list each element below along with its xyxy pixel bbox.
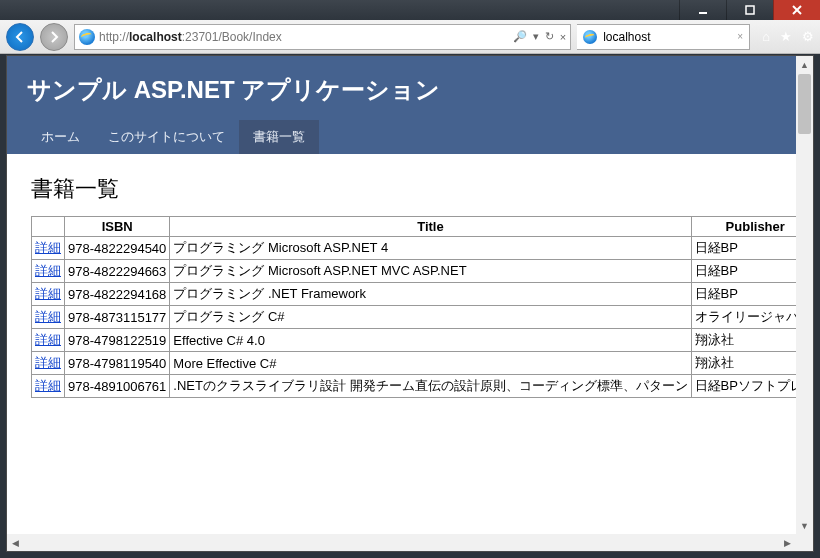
site-nav: ホームこのサイトについて 書籍一覧	[27, 120, 776, 154]
detail-link[interactable]: 詳細	[35, 309, 61, 324]
detail-cell: 詳細	[32, 352, 65, 375]
detail-cell: 詳細	[32, 375, 65, 398]
ie-icon	[79, 29, 95, 45]
scroll-down-icon[interactable]: ▼	[796, 517, 813, 534]
command-bar: ⌂ ★ ⚙	[762, 29, 814, 44]
table-row: 詳細978-4822294663プログラミング Microsoft ASP.NE…	[32, 260, 797, 283]
detail-cell: 詳細	[32, 260, 65, 283]
isbn-cell: 978-4798119540	[65, 352, 170, 375]
isbn-cell: 978-4891006761	[65, 375, 170, 398]
browser-tab[interactable]: localhost ×	[577, 24, 750, 50]
dropdown-icon[interactable]: ▾	[533, 30, 539, 43]
table-row: 詳細978-4822294540プログラミング Microsoft ASP.NE…	[32, 237, 797, 260]
detail-cell: 詳細	[32, 306, 65, 329]
isbn-cell: 978-4798122519	[65, 329, 170, 352]
table-row: 詳細978-4891006761.NETのクラスライブラリ設計 開発チーム直伝の…	[32, 375, 797, 398]
col-detail	[32, 217, 65, 237]
table-header-row: ISBN Title Publisher Price	[32, 217, 797, 237]
detail-link[interactable]: 詳細	[35, 286, 61, 301]
refresh-icon[interactable]: ↻	[545, 30, 554, 43]
tab-close-icon[interactable]: ×	[737, 31, 743, 42]
vertical-scrollbar[interactable]: ▲ ▼	[796, 56, 813, 534]
nav-about[interactable]: このサイトについて	[94, 120, 239, 154]
col-title: Title	[170, 217, 691, 237]
detail-link[interactable]: 詳細	[35, 332, 61, 347]
table-row: 詳細978-4873115177プログラミング C#オライリージャパン¥5,04…	[32, 306, 797, 329]
publisher-cell: 日経BP	[691, 260, 796, 283]
title-cell: Effective C# 4.0	[170, 329, 691, 352]
search-icon[interactable]: 🔍	[513, 30, 527, 43]
window-minimize-button[interactable]	[679, 0, 726, 20]
detail-cell: 詳細	[32, 283, 65, 306]
page-content: サンプル ASP.NET アプリケーション ホームこのサイトについて 書籍一覧 …	[7, 56, 796, 534]
tools-icon[interactable]: ⚙	[802, 29, 814, 44]
publisher-cell: 翔泳社	[691, 329, 796, 352]
window-titlebar	[0, 0, 820, 20]
site-title: サンプル ASP.NET アプリケーション	[27, 74, 776, 106]
publisher-cell: 日経BP	[691, 283, 796, 306]
isbn-cell: 978-4822294168	[65, 283, 170, 306]
window-maximize-button[interactable]	[726, 0, 773, 20]
scroll-right-icon[interactable]: ▶	[779, 534, 796, 551]
ie-icon	[583, 30, 597, 44]
title-cell: プログラミング .NET Framework	[170, 283, 691, 306]
horizontal-scrollbar[interactable]: ◀ ▶	[7, 534, 796, 551]
table-row: 詳細978-4798119540More Effective C#翔泳社¥3,7…	[32, 352, 797, 375]
publisher-cell: 日経BP	[691, 237, 796, 260]
scroll-left-icon[interactable]: ◀	[7, 534, 24, 551]
scroll-corner	[796, 534, 813, 551]
nav-home[interactable]: ホーム	[27, 120, 94, 154]
isbn-cell: 978-4822294663	[65, 260, 170, 283]
books-table: ISBN Title Publisher Price 詳細978-4822294…	[31, 216, 796, 398]
title-cell: .NETのクラスライブラリ設計 開発チーム直伝の設計原則、コーディング標準、パタ…	[170, 375, 691, 398]
isbn-cell: 978-4822294540	[65, 237, 170, 260]
detail-link[interactable]: 詳細	[35, 263, 61, 278]
address-bar[interactable]: http://localhost:23701/Book/Index 🔍 ▾ ↻ …	[74, 24, 571, 50]
publisher-cell: 翔泳社	[691, 352, 796, 375]
back-button[interactable]	[6, 23, 34, 51]
detail-link[interactable]: 詳細	[35, 378, 61, 393]
browser-toolbar: http://localhost:23701/Book/Index 🔍 ▾ ↻ …	[0, 20, 820, 54]
browser-viewport: サンプル ASP.NET アプリケーション ホームこのサイトについて 書籍一覧 …	[6, 55, 814, 552]
stop-icon[interactable]: ×	[560, 31, 566, 43]
tab-title: localhost	[603, 30, 650, 44]
nav-books[interactable]: 書籍一覧	[239, 120, 319, 154]
title-cell: プログラミング Microsoft ASP.NET MVC ASP.NET	[170, 260, 691, 283]
table-row: 詳細978-4798122519Effective C# 4.0翔泳社¥3,78…	[32, 329, 797, 352]
title-cell: More Effective C#	[170, 352, 691, 375]
detail-link[interactable]: 詳細	[35, 240, 61, 255]
window-close-button[interactable]	[773, 0, 820, 20]
publisher-cell: 日経BPソフトプレス	[691, 375, 796, 398]
scroll-thumb[interactable]	[798, 74, 811, 134]
forward-button[interactable]	[40, 23, 68, 51]
detail-cell: 詳細	[32, 237, 65, 260]
table-row: 詳細978-4822294168プログラミング .NET Framework日経…	[32, 283, 797, 306]
detail-link[interactable]: 詳細	[35, 355, 61, 370]
site-banner: サンプル ASP.NET アプリケーション ホームこのサイトについて 書籍一覧	[7, 56, 796, 154]
page-heading: 書籍一覧	[31, 174, 772, 204]
title-cell: プログラミング C#	[170, 306, 691, 329]
scroll-up-icon[interactable]: ▲	[796, 56, 813, 73]
col-isbn: ISBN	[65, 217, 170, 237]
title-cell: プログラミング Microsoft ASP.NET 4	[170, 237, 691, 260]
home-icon[interactable]: ⌂	[762, 29, 770, 44]
detail-cell: 詳細	[32, 329, 65, 352]
favorites-icon[interactable]: ★	[780, 29, 792, 44]
url-text: http://localhost:23701/Book/Index	[99, 30, 509, 44]
isbn-cell: 978-4873115177	[65, 306, 170, 329]
publisher-cell: オライリージャパン	[691, 306, 796, 329]
svg-rect-1	[746, 6, 754, 14]
col-publisher: Publisher	[691, 217, 796, 237]
